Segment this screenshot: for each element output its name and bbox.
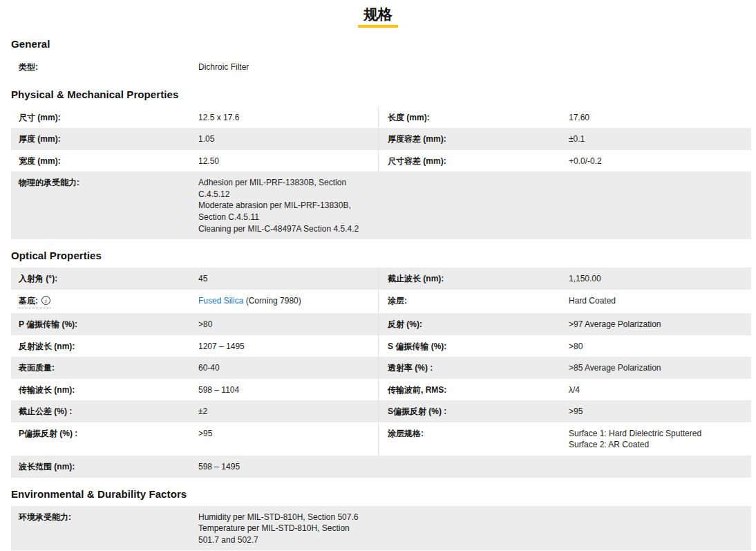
spec-cell-left: 环境承受能力:Humidity per MIL-STD-810H, Sectio… <box>11 506 378 551</box>
section-heading: Environmental & Durability Factors <box>11 488 745 500</box>
spec-label: 透射率 (%) : <box>388 363 433 373</box>
spec-value: 45 <box>198 274 207 283</box>
spec-cell-left: 表面质量:60-40 <box>11 357 378 379</box>
spec-value-cell: >80 <box>198 313 378 335</box>
section-heading: Physical & Mechanical Properties <box>11 88 745 100</box>
spec-cell-left: 类型:Dichroic Filter <box>11 56 378 78</box>
spec-label-cell: 传输波前, RMS: <box>379 379 569 401</box>
spec-value-cell: 598 – 1104 <box>198 379 378 401</box>
spec-cell-left: P 偏振传输 (%):>80 <box>11 313 378 335</box>
spec-cell-right: 长度 (mm):17.60 <box>378 106 751 129</box>
spec-row: 类型:Dichroic Filter <box>11 56 751 78</box>
spec-label-cell: S偏振反射 (%) : <box>379 400 569 422</box>
spec-value: >80 <box>569 342 583 351</box>
spec-label-cell: 厚度容差 (mm): <box>379 128 569 150</box>
spec-value-cell: 598 – 1495 <box>198 456 378 478</box>
spec-value: >80 <box>198 319 212 329</box>
spec-label: 涂层规格: <box>388 429 424 438</box>
spec-label: 厚度容差 (mm): <box>388 134 446 144</box>
spec-cell-right: S 偏振传输 (%):>80 <box>378 335 751 357</box>
spec-section: Environmental & Durability Factors环境承受能力… <box>11 488 745 551</box>
spec-label-cell: 透射率 (%) : <box>379 357 569 379</box>
spec-label: 类型: <box>19 62 38 72</box>
spec-value-line: Humidity per MIL-STD-810H, Section 507.6 <box>198 512 371 523</box>
spec-value-line: Cleaning per MIL-C-48497A Section 4.5.4.… <box>198 223 371 235</box>
specs-table: General类型:Dichroic FilterPhysical & Mech… <box>11 38 745 551</box>
spec-label-cell: 尺寸容差 (mm): <box>379 150 569 172</box>
spec-cell-right: 涂层规格:Surface 1: Hard Dielectric Sputtere… <box>378 422 751 456</box>
spec-value-cell: Fused Silica (Corning 7980) <box>198 290 378 314</box>
spec-section: General类型:Dichroic Filter <box>11 38 745 78</box>
spec-label-cell: 截止公差 (%) : <box>11 400 198 422</box>
spec-cell-left: P偏振反射 (%) :>95 <box>11 422 378 456</box>
spec-label: 传输波前, RMS: <box>388 385 446 395</box>
fused-silica-link[interactable]: Fused Silica <box>198 296 243 306</box>
spec-label: 尺寸 (mm): <box>19 113 61 122</box>
spec-value: +0.0/-0.2 <box>569 156 602 166</box>
spec-value-line: Moderate abrasion per MIL-PRF-13830B, Se… <box>198 200 371 223</box>
spec-label-cell: 传输波长 (nm): <box>11 379 198 401</box>
spec-label-cell: P 偏振传输 (%): <box>11 313 198 335</box>
spec-label-cell: 基底:i <box>11 290 198 314</box>
title-underline <box>358 25 398 28</box>
spec-row: 宽度 (mm):12.50尺寸容差 (mm):+0.0/-0.2 <box>11 150 751 172</box>
spec-value: 12.50 <box>198 156 219 166</box>
spec-label-cell: 入射角 (°): <box>11 268 198 290</box>
section-heading: Optical Properties <box>11 250 745 261</box>
spec-label: 环境承受能力: <box>19 512 71 522</box>
spec-label: 宽度 (mm): <box>19 156 61 166</box>
spec-row: P偏振反射 (%) :>95涂层规格:Surface 1: Hard Diele… <box>11 422 751 456</box>
spec-label: 厚度 (mm): <box>19 134 61 144</box>
spec-row: 反射波长 (nm):1207 – 1495S 偏振传输 (%):>80 <box>11 335 751 357</box>
spec-row: 入射角 (°):45截止波长 (nm):1,150.00 <box>11 268 751 290</box>
spec-row: 厚度 (mm):1.05厚度容差 (mm):±0.1 <box>11 128 751 150</box>
spec-cell-right: 厚度容差 (mm):±0.1 <box>378 128 751 150</box>
spec-label: 长度 (mm): <box>388 113 430 122</box>
spec-value-cell: 45 <box>198 268 378 290</box>
spec-value-cell: >97 Average Polarization <box>569 313 751 335</box>
spec-rows: 入射角 (°):45截止波长 (nm):1,150.00基底:iFused Si… <box>11 268 751 477</box>
spec-value-cell: +0.0/-0.2 <box>569 150 751 172</box>
spec-label-cell: 类型: <box>11 56 198 78</box>
spec-label-cell: 环境承受能力: <box>11 506 198 551</box>
spec-value: λ/4 <box>569 385 580 395</box>
spec-label-cell: 长度 (mm): <box>379 106 569 129</box>
spec-row: P 偏振传输 (%):>80反射 (%):>97 Average Polariz… <box>11 313 751 335</box>
value-suffix: (Corning 7980) <box>243 296 301 306</box>
spec-cell-left: 截止公差 (%) :±2 <box>11 400 378 422</box>
spec-label: 截止波长 (nm): <box>388 274 444 283</box>
spec-value: >95 <box>198 429 212 438</box>
spec-label-cell: 厚度 (mm): <box>11 128 198 150</box>
spec-value-cell: Hard Coated <box>569 290 751 314</box>
spec-value: ±0.1 <box>569 134 585 144</box>
spec-cell-right: 透射率 (%) :>85 Average Polarization <box>378 357 751 379</box>
spec-label-cell: P偏振反射 (%) : <box>11 422 198 456</box>
spec-label: 基底: <box>19 296 38 306</box>
spec-label: 截止公差 (%) : <box>19 407 72 416</box>
spec-section: Physical & Mechanical Properties尺寸 (mm):… <box>11 88 745 239</box>
spec-row: 传输波长 (nm):598 – 1104传输波前, RMS:λ/4 <box>11 379 751 401</box>
tooltip-label[interactable]: 基底:i <box>19 295 50 309</box>
spec-row: 表面质量:60-40透射率 (%) :>85 Average Polarizat… <box>11 357 751 379</box>
spec-row: 尺寸 (mm):12.5 x 17.6长度 (mm):17.60 <box>11 106 751 129</box>
spec-value-cell: >80 <box>569 335 751 357</box>
spec-value: 17.60 <box>569 113 589 122</box>
spec-label-cell: 物理的承受能力: <box>11 171 198 239</box>
spec-label-cell: 反射波长 (nm): <box>11 335 198 357</box>
spec-value: 12.5 x 17.6 <box>198 113 239 122</box>
spec-value-line: Adhesion per MIL-PRF-13830B, Section C.4… <box>198 177 371 200</box>
spec-value-cell: >95 <box>198 422 378 456</box>
spec-rows: 尺寸 (mm):12.5 x 17.6长度 (mm):17.60厚度 (mm):… <box>11 106 751 239</box>
info-icon[interactable]: i <box>41 296 50 305</box>
spec-value-cell: 12.5 x 17.6 <box>198 106 378 129</box>
spec-label-cell: 涂层: <box>379 290 569 314</box>
spec-value-cell: Surface 1: Hard Dielectric SputteredSurf… <box>569 422 751 456</box>
spec-row: 环境承受能力:Humidity per MIL-STD-810H, Sectio… <box>11 506 751 551</box>
spec-value: Hard Coated <box>569 296 616 306</box>
spec-label-cell: S 偏振传输 (%): <box>379 335 569 357</box>
section-heading: General <box>11 38 745 50</box>
spec-label-cell: 波长范围 (nm): <box>11 456 198 478</box>
spec-value: >95 <box>569 407 583 416</box>
spec-value: 60-40 <box>198 363 220 373</box>
spec-value-cell: ±2 <box>198 400 378 422</box>
